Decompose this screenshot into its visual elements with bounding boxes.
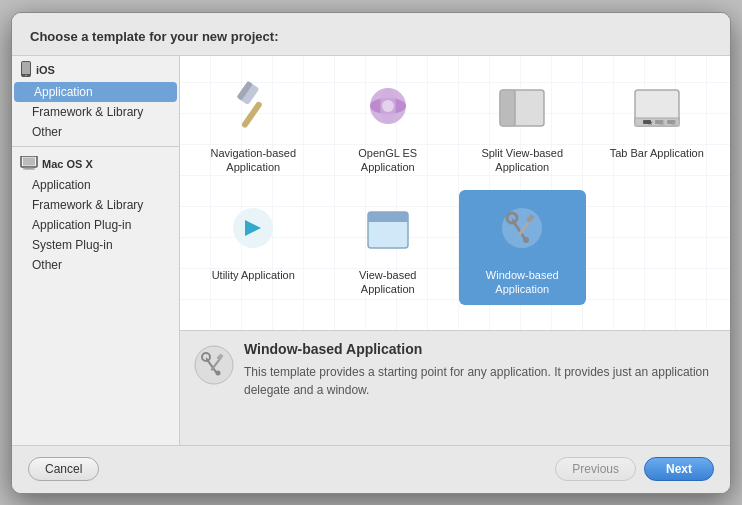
desc-icon [194, 345, 234, 385]
previous-button[interactable]: Previous [555, 457, 636, 481]
sidebar-item-framework-library[interactable]: Framework & Library [12, 102, 179, 122]
sidebar-item-mac-plugin[interactable]: Application Plug-in [12, 215, 179, 235]
dialog-title: Choose a template for your new project: [30, 29, 279, 44]
template-view-based[interactable]: View-basedApplication [325, 190, 452, 305]
sidebar-item-application-label: Application [34, 85, 93, 99]
template-tab-bar[interactable]: ★ ⊞ ⊡ Tab Bar Application [594, 68, 721, 183]
desc-text: This template provides a starting point … [244, 363, 716, 399]
sidebar-item-framework-label: Framework & Library [32, 105, 143, 119]
split-view-label: Split View-basedApplication [481, 146, 563, 175]
svg-rect-5 [25, 167, 33, 169]
sidebar-item-other-label: Other [32, 125, 62, 139]
svg-point-33 [523, 237, 529, 243]
content-area: Navigation-basedApplication OpenGL ESApp… [180, 56, 730, 445]
sidebar-item-mac-other-label: Other [32, 258, 62, 272]
template-split-view[interactable]: Split View-basedApplication [459, 68, 586, 183]
opengl-label: OpenGL ESApplication [358, 146, 417, 175]
svg-point-37 [216, 370, 221, 375]
sidebar-item-mac-plugin-label: Application Plug-in [32, 218, 131, 232]
dialog-footer: Cancel Previous Next [12, 445, 730, 493]
sidebar-item-mac-application[interactable]: Application [12, 175, 179, 195]
sidebar-item-mac-framework-label: Framework & Library [32, 198, 143, 212]
sidebar-item-mac-system-plugin[interactable]: System Plug-in [12, 235, 179, 255]
template-utility[interactable]: Utility Application [190, 190, 317, 305]
dialog-header: Choose a template for your new project: [12, 13, 730, 56]
view-based-label: View-basedApplication [359, 268, 416, 297]
window-based-label: Window-basedApplication [486, 268, 559, 297]
template-window-based[interactable]: Window-basedApplication [459, 190, 586, 305]
svg-rect-6 [23, 168, 35, 169]
svg-text:⊞: ⊞ [659, 119, 665, 126]
ios-device-icon [20, 61, 32, 79]
sidebar-item-mac-other[interactable]: Other [12, 255, 179, 275]
sidebar-item-mac-system-plugin-label: System Plug-in [32, 238, 113, 252]
footer-right-buttons: Previous Next [555, 457, 714, 481]
tab-bar-icon: ★ ⊞ ⊡ [625, 76, 689, 140]
template-opengl[interactable]: OpenGL ESApplication [325, 68, 452, 183]
svg-rect-15 [500, 90, 515, 126]
svg-point-13 [382, 100, 394, 112]
window-based-icon [490, 198, 554, 262]
utility-label: Utility Application [212, 268, 295, 282]
svg-text:★: ★ [647, 119, 653, 126]
sidebar-item-mac-framework[interactable]: Framework & Library [12, 195, 179, 215]
svg-rect-4 [23, 157, 35, 165]
svg-point-2 [25, 74, 27, 76]
view-based-icon [356, 198, 420, 262]
sidebar-divider [12, 146, 179, 147]
utility-icon [221, 198, 285, 262]
svg-rect-30 [368, 218, 408, 222]
nav-based-icon [221, 76, 285, 140]
tab-bar-label: Tab Bar Application [610, 146, 704, 160]
dialog-body: iOS Application Framework & Library Othe… [12, 56, 730, 445]
svg-rect-9 [241, 100, 263, 128]
desc-content: Window-based Application This template p… [244, 341, 716, 399]
nav-based-label: Navigation-basedApplication [210, 146, 296, 175]
description-area: Window-based Application This template p… [180, 330, 730, 445]
desc-title: Window-based Application [244, 341, 716, 357]
template-nav-based[interactable]: Navigation-basedApplication [190, 68, 317, 183]
sidebar-section-macosx: Mac OS X [12, 151, 179, 175]
sidebar-item-application[interactable]: Application [14, 82, 177, 102]
sidebar: iOS Application Framework & Library Othe… [12, 56, 180, 445]
ios-section-label: iOS [36, 64, 55, 76]
mac-device-icon [20, 156, 38, 172]
macosx-section-label: Mac OS X [42, 158, 93, 170]
opengl-icon [356, 76, 420, 140]
sidebar-item-mac-app-label: Application [32, 178, 91, 192]
svg-rect-1 [22, 62, 30, 74]
split-view-icon [490, 76, 554, 140]
next-button[interactable]: Next [644, 457, 714, 481]
sidebar-item-other[interactable]: Other [12, 122, 179, 142]
new-project-dialog: Choose a template for your new project: … [11, 12, 731, 494]
template-grid: Navigation-basedApplication OpenGL ESApp… [180, 56, 730, 330]
cancel-button[interactable]: Cancel [28, 457, 99, 481]
sidebar-section-ios: iOS [12, 56, 179, 82]
svg-text:⊡: ⊡ [671, 119, 677, 126]
